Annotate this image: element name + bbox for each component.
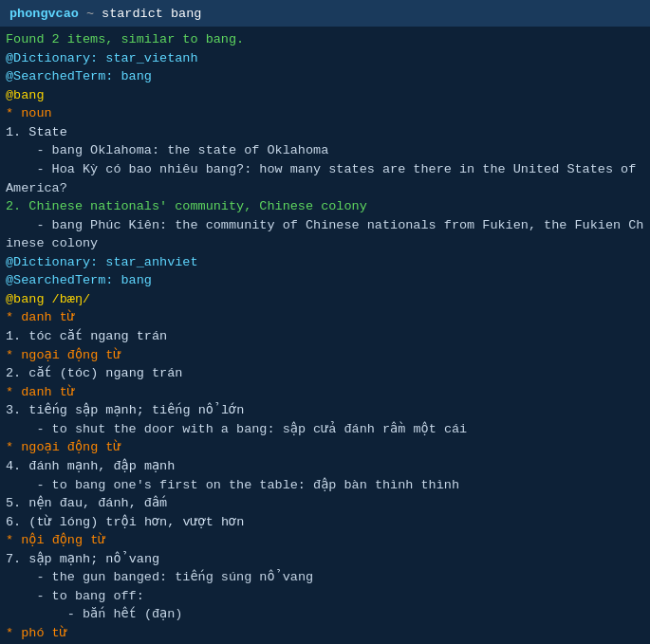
terminal-line: - bắn hết (đạn) bbox=[6, 605, 644, 624]
terminal-line: * ngoại động từ bbox=[6, 346, 644, 365]
terminal-line: * danh từ bbox=[6, 383, 644, 402]
terminal-line: * ngoại động từ bbox=[6, 438, 644, 457]
terminal-line: 7. sập mạnh; nổ vang bbox=[6, 550, 644, 569]
terminal-line: * nội động từ bbox=[6, 531, 644, 550]
terminal-line: @SearchedTerm: bang bbox=[6, 271, 644, 290]
title-separator: ~ bbox=[86, 7, 94, 21]
terminal-line: 1. State bbox=[6, 123, 644, 142]
title-username: phongvcao bbox=[9, 7, 79, 21]
terminal-line: Found 2 items, similar to bang. bbox=[6, 30, 644, 49]
terminal-line: @SearchedTerm: bang bbox=[6, 67, 644, 86]
terminal-line: - to bang off: bbox=[6, 587, 644, 606]
terminal-content: Found 2 items, similar to bang.@Dictiona… bbox=[0, 27, 650, 644]
terminal-line: 6. (từ lóng) trội hơn, vượt hơn bbox=[6, 513, 644, 532]
terminal-window: phongvcao ~ stardict bang Found 2 items,… bbox=[0, 0, 650, 644]
terminal-line: 4. đánh mạnh, đập mạnh bbox=[6, 457, 644, 476]
terminal-line: 5. nện đau, đánh, đấm bbox=[6, 494, 644, 513]
terminal-line: 3. tiếng sập mạnh; tiếng nổ lớn bbox=[6, 401, 644, 420]
terminal-line: - to bang one's first on the table: đập … bbox=[6, 476, 644, 495]
terminal-line: * danh từ bbox=[6, 308, 644, 327]
terminal-line: 2. Chinese nationals' community, Chinese… bbox=[6, 197, 644, 216]
terminal-line: @bang /bæŋ/ bbox=[6, 290, 644, 309]
terminal-line: @Dictionary: star_anhviet bbox=[6, 253, 644, 272]
title-command: stardict bang bbox=[102, 7, 201, 21]
terminal-line: * phó từ bbox=[6, 624, 644, 643]
title-bar: phongvcao ~ stardict bang bbox=[0, 0, 650, 27]
terminal-line: - bang Oklahoma: the state of Oklahoma bbox=[6, 141, 644, 160]
terminal-line: - to shut the door with a bang: sập cửa … bbox=[6, 420, 644, 439]
terminal-line: - Hoa Kỳ có bao nhiêu bang?: how many st… bbox=[6, 160, 644, 197]
terminal-line: - the gun banged: tiếng súng nổ vang bbox=[6, 568, 644, 587]
terminal-line: 1. tóc cắt ngang trán bbox=[6, 327, 644, 346]
terminal-line: @bang bbox=[6, 86, 644, 105]
terminal-line: * noun bbox=[6, 104, 644, 123]
terminal-line: 2. cắt (tóc) ngang trán bbox=[6, 364, 644, 383]
terminal-line: - bang Phúc Kiên: the community of Chine… bbox=[6, 216, 644, 253]
terminal-line: @Dictionary: star_vietanh bbox=[6, 49, 644, 68]
